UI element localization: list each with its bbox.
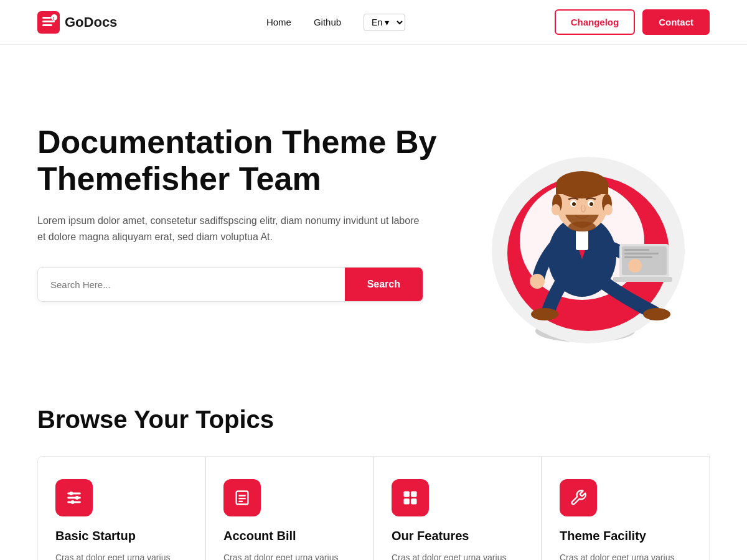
nav-links: Home Github En ▾ Fr De bbox=[266, 14, 405, 31]
card-desc-1: Cras at dolor eget urna varius faucibus … bbox=[55, 551, 187, 560]
svg-text:!: ! bbox=[53, 15, 55, 21]
svg-rect-44 bbox=[404, 498, 410, 504]
hero-image bbox=[461, 82, 710, 343]
svg-rect-1 bbox=[42, 17, 51, 19]
svg-point-12 bbox=[643, 308, 670, 320]
card-desc-3: Cras at dolor eget urna varius faucibus … bbox=[392, 551, 524, 560]
hero-section: Documentation Theme By Themefisher Team … bbox=[0, 45, 747, 368]
svg-rect-19 bbox=[624, 253, 659, 254]
nav-home[interactable]: Home bbox=[266, 17, 291, 27]
svg-point-35 bbox=[69, 492, 73, 495]
bill-icon bbox=[233, 489, 251, 506]
svg-rect-45 bbox=[411, 498, 416, 504]
svg-point-36 bbox=[75, 496, 79, 500]
nav-github[interactable]: Github bbox=[314, 17, 341, 27]
svg-point-37 bbox=[71, 500, 75, 504]
svg-rect-3 bbox=[42, 24, 52, 26]
svg-point-33 bbox=[552, 204, 560, 215]
card-desc-2: Cras at dolor eget urna varius faucibus … bbox=[223, 551, 355, 560]
card-our-features: Our Features Cras at dolor eget urna var… bbox=[374, 456, 542, 560]
logo-icon: ! bbox=[37, 11, 60, 34]
card-icon-wrap-4 bbox=[560, 479, 597, 516]
svg-point-34 bbox=[604, 204, 613, 215]
card-title-1: Basic Startup bbox=[55, 529, 187, 543]
nav-actions: Changelog Contact bbox=[555, 9, 710, 35]
svg-point-11 bbox=[531, 308, 558, 320]
sliders-icon bbox=[65, 489, 83, 506]
svg-point-22 bbox=[628, 259, 642, 273]
language-select[interactable]: En ▾ Fr De bbox=[364, 14, 405, 31]
card-icon-wrap-2 bbox=[223, 479, 261, 516]
wrench-icon bbox=[570, 489, 587, 506]
hero-content: Documentation Theme By Themefisher Team … bbox=[37, 124, 461, 302]
svg-rect-25 bbox=[556, 185, 608, 194]
hero-description: Lorem ipsum dolor amet, consetetur sadif… bbox=[37, 213, 423, 245]
svg-point-31 bbox=[590, 202, 593, 206]
search-button[interactable]: Search bbox=[345, 268, 423, 301]
hero-title: Documentation Theme By Themefisher Team bbox=[37, 124, 461, 198]
browse-section: Browse Your Topics Basic Startup Cras at… bbox=[0, 368, 747, 560]
browse-title: Browse Your Topics bbox=[37, 406, 710, 434]
svg-rect-21 bbox=[613, 277, 672, 282]
svg-point-30 bbox=[572, 202, 576, 206]
hero-illustration bbox=[461, 82, 710, 343]
card-title-3: Our Features bbox=[392, 529, 524, 543]
card-theme-facility: Theme Facility Cras at dolor eget urna v… bbox=[542, 456, 710, 560]
card-icon-wrap-1 bbox=[55, 479, 93, 516]
logo-text: GoDocs bbox=[65, 14, 117, 30]
contact-button[interactable]: Contact bbox=[642, 9, 710, 35]
search-bar: Search bbox=[37, 267, 423, 302]
features-icon bbox=[402, 489, 419, 506]
svg-point-32 bbox=[568, 222, 596, 231]
svg-rect-18 bbox=[624, 249, 649, 251]
card-title-2: Account Bill bbox=[223, 529, 355, 543]
cards-grid: Basic Startup Cras at dolor eget urna va… bbox=[37, 456, 710, 560]
search-input[interactable] bbox=[38, 268, 345, 301]
logo[interactable]: ! GoDocs bbox=[37, 11, 117, 34]
card-icon-wrap-3 bbox=[392, 479, 429, 516]
navbar: ! GoDocs Home Github En ▾ Fr De Changelo… bbox=[0, 0, 747, 45]
card-title-4: Theme Facility bbox=[560, 529, 692, 543]
svg-point-15 bbox=[530, 274, 545, 289]
svg-rect-43 bbox=[411, 492, 416, 497]
card-basic-startup: Basic Startup Cras at dolor eget urna va… bbox=[37, 456, 205, 560]
card-desc-4: Cras at dolor eget urna varius faucibus … bbox=[560, 551, 692, 560]
card-account-bill: Account Bill Cras at dolor eget urna var… bbox=[205, 456, 374, 560]
svg-rect-20 bbox=[624, 256, 652, 258]
changelog-button[interactable]: Changelog bbox=[555, 9, 636, 35]
svg-rect-42 bbox=[404, 492, 410, 497]
